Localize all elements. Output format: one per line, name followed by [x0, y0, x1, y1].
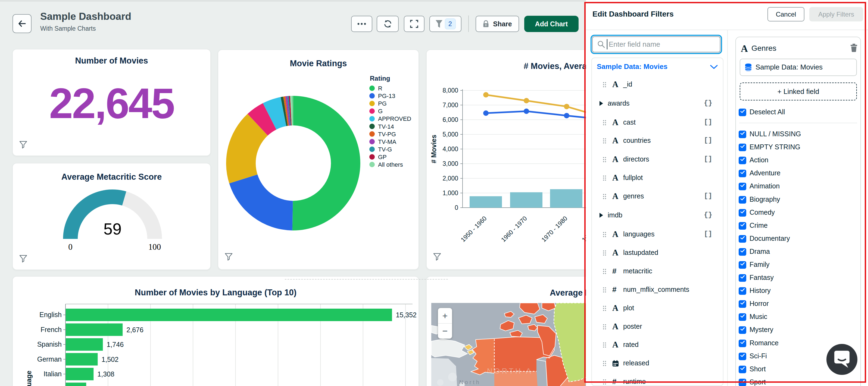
svg-text:2,676: 2,676 — [126, 326, 144, 334]
svg-text:100: 100 — [148, 242, 161, 252]
svg-text:Spanish: Spanish — [37, 340, 62, 348]
svg-text:PG: PG — [378, 100, 387, 107]
svg-text:3,000: 3,000 — [442, 160, 458, 167]
svg-text:English: English — [39, 311, 62, 318]
svg-text:German: German — [37, 355, 62, 363]
svg-text:961: 961 — [90, 385, 101, 386]
svg-text:French: French — [40, 326, 62, 334]
svg-text:PG-13: PG-13 — [378, 93, 395, 99]
svg-text:G: G — [378, 108, 383, 114]
svg-text:1960 - 1970: 1960 - 1970 — [500, 215, 528, 243]
svg-text:4,000: 4,000 — [442, 145, 458, 152]
svg-text:1,746: 1,746 — [107, 341, 124, 348]
svg-text:1,502: 1,502 — [102, 356, 119, 363]
svg-text:7,000: 7,000 — [442, 102, 458, 109]
svg-text:Rating: Rating — [370, 75, 390, 82]
svg-text:All others: All others — [378, 161, 403, 168]
svg-text:1,308: 1,308 — [97, 370, 115, 378]
svg-text:NORTH A: NORTH A — [487, 367, 533, 375]
svg-text:TV-MA: TV-MA — [378, 138, 397, 145]
svg-text:59: 59 — [103, 220, 122, 238]
svg-text:2,000: 2,000 — [442, 175, 458, 182]
svg-text:Language: Language — [25, 371, 33, 386]
svg-text:1950 - 1960: 1950 - 1960 — [459, 215, 488, 243]
svg-text:TV-G: TV-G — [378, 146, 392, 153]
svg-text:1970 - 1980: 1970 - 1980 — [540, 215, 568, 243]
svg-text:Italian: Italian — [43, 370, 62, 378]
svg-text:6,000: 6,000 — [442, 116, 458, 123]
svg-text:GP: GP — [378, 154, 387, 161]
svg-text:1,000: 1,000 — [442, 189, 458, 197]
svg-text:R: R — [378, 85, 382, 92]
svg-text:8,000: 8,000 — [442, 87, 458, 94]
svg-text:15,352: 15,352 — [396, 311, 416, 319]
svg-text:Japanese: Japanese — [32, 385, 62, 386]
svg-text:TV-PG: TV-PG — [378, 131, 396, 138]
svg-text:0: 0 — [455, 204, 458, 211]
svg-text:APPROVED: APPROVED — [378, 115, 411, 122]
svg-text:TV-14: TV-14 — [378, 123, 394, 130]
svg-text:# Movies: # Movies — [430, 135, 437, 164]
svg-text:5,000: 5,000 — [442, 131, 458, 138]
svg-text:North: North — [459, 379, 481, 385]
svg-text:0: 0 — [68, 242, 72, 252]
